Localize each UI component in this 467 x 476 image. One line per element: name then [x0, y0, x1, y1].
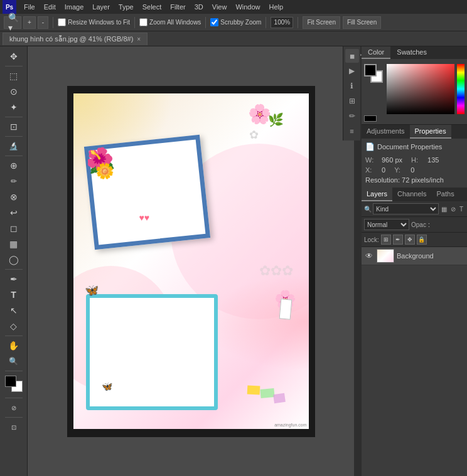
eraser-tool[interactable]: ◻ — [4, 221, 24, 236]
filter-icon-1[interactable]: ▦ — [440, 205, 448, 213]
zoom-value-input[interactable] — [271, 17, 293, 28]
foreground-color[interactable] — [5, 376, 16, 387]
tool-separator-9 — [5, 417, 23, 418]
color-spectrum-bar[interactable] — [457, 64, 464, 114]
color-fg-bg-area — [364, 64, 384, 84]
document-tab-bar: khung hình có sẵn.jpg @ 41% (RGB/8#) × — [0, 31, 467, 46]
dodge-tool[interactable]: ◯ — [4, 252, 24, 267]
tool-separator-1 — [5, 66, 23, 66]
menu-view[interactable]: View — [208, 2, 231, 12]
filter-icon-3[interactable]: T — [458, 205, 464, 213]
x-label: X: — [365, 166, 378, 174]
toolbar-separator-3 — [205, 17, 206, 28]
crop-tool[interactable]: ⊡ — [4, 119, 24, 134]
layer-kind-select[interactable]: Kind — [373, 203, 439, 214]
tool-separator-4 — [5, 156, 23, 156]
lock-position-btn[interactable]: ✒ — [393, 235, 403, 245]
panel-icon-color[interactable]: ◼ — [345, 49, 359, 63]
shape-tool[interactable]: ◇ — [4, 319, 24, 334]
scrubby-zoom-input[interactable] — [210, 18, 218, 26]
layers-tabs: Layers Channels Paths — [362, 188, 467, 201]
menu-edit[interactable]: Edit — [40, 2, 60, 12]
document-tab-filename: khung hình có sẵn.jpg @ 41% (RGB/8#) — [9, 35, 133, 43]
healing-brush-tool[interactable]: ⊕ — [4, 158, 24, 173]
clone-stamp-tool[interactable]: ⊗ — [4, 189, 24, 204]
resize-windows-checkbox[interactable]: Resize Windows to Fit — [58, 18, 130, 26]
path-selection-tool[interactable]: ↖ — [4, 303, 24, 318]
color-tab[interactable]: Color — [362, 46, 390, 59]
menu-filter[interactable]: Filter — [166, 2, 189, 12]
document-properties-title: 📄 Document Properties — [365, 142, 463, 151]
zoom-tool-group: 🔍▾ + - — [4, 16, 48, 29]
fill-screen-btn[interactable]: Fill Screen — [343, 16, 381, 29]
hand-tool[interactable]: ✋ — [4, 338, 24, 353]
layer-name: Background — [397, 252, 464, 260]
tool-separator-8 — [5, 398, 23, 398]
menu-window[interactable]: Window — [232, 2, 264, 12]
panel-icon-play[interactable]: ▶ — [345, 64, 359, 78]
color-swatch-area — [4, 376, 24, 396]
zoom-tool[interactable]: 🔍 — [4, 354, 24, 369]
color-gradient-box[interactable] — [387, 64, 454, 114]
panel-icon-brush[interactable]: ✏ — [345, 109, 359, 123]
menu-file[interactable]: File — [20, 2, 39, 12]
canvas-area[interactable]: 🌸 🌿 ✿ 🌺 🌼 🌸 🦋 🦋 ♥♥ ✿✿✿ — [28, 46, 354, 476]
zoom-dropdown-btn[interactable]: 🔍▾ — [4, 16, 21, 29]
document-tab[interactable]: khung hình có sẵn.jpg @ 41% (RGB/8#) × — [3, 33, 148, 45]
panel-icon-info[interactable]: ℹ — [345, 79, 359, 93]
marquee-tool[interactable]: ⬚ — [4, 68, 24, 83]
adjustments-tab[interactable]: Adjustments — [362, 125, 410, 139]
screen-mode-tool[interactable]: ⊡ — [4, 420, 24, 435]
resolution-value: 72 pixels/inch — [402, 176, 444, 184]
toolbar-separator-2 — [134, 17, 135, 28]
scrubby-zoom-checkbox[interactable]: Scrubby Zoom — [210, 18, 261, 26]
tool-separator-5 — [5, 269, 23, 270]
lasso-tool[interactable]: ⊙ — [4, 84, 24, 99]
layer-visibility-icon[interactable]: 👁 — [364, 251, 374, 261]
height-label: H: — [411, 156, 424, 164]
panel-icon-options[interactable]: ⊞ — [345, 94, 359, 108]
resolution-label: Resolution: — [365, 176, 400, 184]
layer-background[interactable]: 👁 Background — [362, 247, 467, 265]
properties-tab[interactable]: Properties — [410, 125, 451, 139]
magic-wand-tool[interactable]: ✦ — [4, 100, 24, 115]
channels-tab[interactable]: Channels — [392, 188, 431, 201]
pen-tool[interactable]: ✒ — [4, 272, 24, 287]
text-tool[interactable]: T — [4, 287, 24, 302]
filter-icon-2[interactable]: ⊘ — [449, 205, 457, 213]
menu-layer[interactable]: Layer — [89, 2, 114, 12]
flower-decoration-5: 🌼 — [95, 162, 114, 180]
menu-image[interactable]: Image — [61, 2, 88, 12]
color-gradient-field[interactable] — [387, 64, 454, 114]
paths-tab[interactable]: Paths — [432, 188, 459, 201]
quick-mask-tool[interactable]: ⊘ — [4, 400, 24, 415]
move-tool[interactable]: ✥ — [4, 49, 24, 64]
zoom-out-btn[interactable]: - — [38, 16, 48, 29]
resize-windows-input[interactable] — [58, 18, 66, 26]
lock-artboard-btn[interactable]: ✥ — [405, 235, 415, 245]
foreground-swatch[interactable] — [364, 64, 377, 77]
lock-all-btn[interactable]: 🔒 — [417, 235, 427, 245]
zoom-all-checkbox[interactable]: Zoom All Windows — [139, 18, 201, 26]
history-brush-tool[interactable]: ↩ — [4, 205, 24, 220]
current-color-preview[interactable] — [364, 115, 377, 122]
zoom-in-btn[interactable]: + — [23, 16, 36, 29]
gradient-tool[interactable]: ▦ — [4, 236, 24, 251]
y-value: 0 — [411, 166, 414, 174]
menu-type[interactable]: Type — [115, 2, 137, 12]
menu-help[interactable]: Help — [266, 2, 287, 12]
left-toolbar: ✥ ⬚ ⊙ ✦ ⊡ 🔬 ⊕ ✏ ⊗ ↩ ◻ ▦ ◯ ✒ T ↖ ◇ ✋ 🔍 ⊘ … — [0, 46, 28, 476]
eyedropper-tool[interactable]: 🔬 — [4, 139, 24, 154]
lock-pixels-btn[interactable]: ⊞ — [381, 235, 391, 245]
blend-mode-select[interactable]: Normal — [364, 219, 409, 230]
swatches-tab[interactable]: Swatches — [390, 46, 433, 59]
fit-screen-btn[interactable]: Fit Screen — [303, 16, 340, 29]
zoom-all-input[interactable] — [139, 18, 148, 26]
layers-tab[interactable]: Layers — [362, 188, 392, 201]
panel-icon-adjust[interactable]: ≡ — [345, 124, 359, 138]
menu-3d[interactable]: 3D — [191, 2, 207, 12]
brush-tool[interactable]: ✏ — [4, 174, 24, 189]
document-tab-close[interactable]: × — [137, 36, 141, 43]
canvas-content[interactable]: 🌸 🌿 ✿ 🌺 🌼 🌸 🦋 🦋 ♥♥ ✿✿✿ — [73, 93, 309, 429]
menu-select[interactable]: Select — [139, 2, 166, 12]
